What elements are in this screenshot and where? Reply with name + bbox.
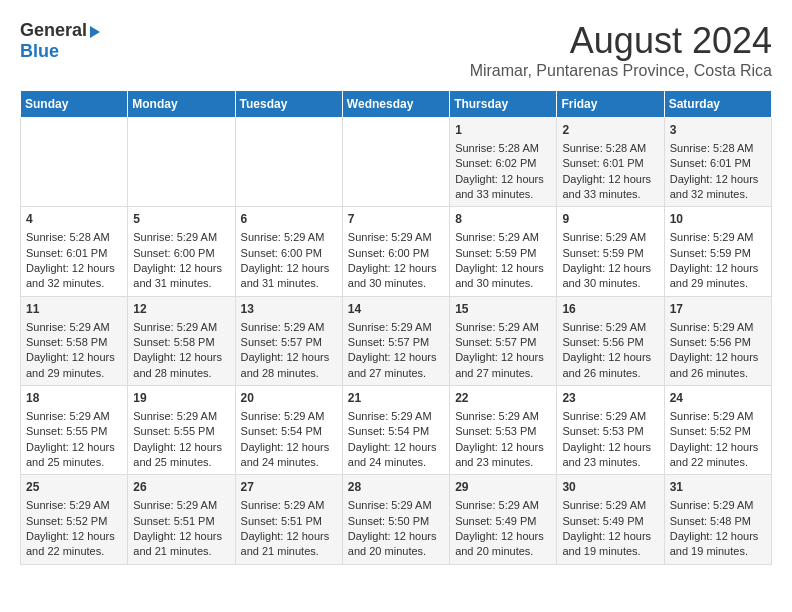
day-number: 31 bbox=[670, 479, 766, 496]
calendar-cell: 27Sunrise: 5:29 AMSunset: 5:51 PMDayligh… bbox=[235, 475, 342, 564]
cell-content: Sunrise: 5:29 AM bbox=[348, 498, 444, 513]
calendar-cell: 16Sunrise: 5:29 AMSunset: 5:56 PMDayligh… bbox=[557, 296, 664, 385]
day-number: 15 bbox=[455, 301, 551, 318]
cell-content: Sunrise: 5:29 AM bbox=[670, 230, 766, 245]
calendar-cell: 3Sunrise: 5:28 AMSunset: 6:01 PMDaylight… bbox=[664, 118, 771, 207]
cell-content: Daylight: 12 hours and 33 minutes. bbox=[562, 172, 658, 203]
header-day-sunday: Sunday bbox=[21, 91, 128, 118]
cell-content: Sunset: 6:02 PM bbox=[455, 156, 551, 171]
calendar-cell: 14Sunrise: 5:29 AMSunset: 5:57 PMDayligh… bbox=[342, 296, 449, 385]
day-number: 10 bbox=[670, 211, 766, 228]
day-number: 19 bbox=[133, 390, 229, 407]
cell-content: Daylight: 12 hours and 33 minutes. bbox=[455, 172, 551, 203]
title-block: August 2024 Miramar, Puntarenas Province… bbox=[470, 20, 772, 80]
cell-content: Sunset: 5:56 PM bbox=[670, 335, 766, 350]
cell-content: Daylight: 12 hours and 23 minutes. bbox=[562, 440, 658, 471]
header-day-saturday: Saturday bbox=[664, 91, 771, 118]
cell-content: Sunset: 5:57 PM bbox=[455, 335, 551, 350]
cell-content: Sunrise: 5:29 AM bbox=[455, 320, 551, 335]
month-year-title: August 2024 bbox=[470, 20, 772, 62]
calendar-cell: 28Sunrise: 5:29 AMSunset: 5:50 PMDayligh… bbox=[342, 475, 449, 564]
logo-blue-text: Blue bbox=[20, 41, 59, 62]
day-number: 14 bbox=[348, 301, 444, 318]
day-number: 23 bbox=[562, 390, 658, 407]
day-number: 11 bbox=[26, 301, 122, 318]
cell-content: Sunrise: 5:29 AM bbox=[241, 320, 337, 335]
cell-content: Sunset: 6:00 PM bbox=[133, 246, 229, 261]
calendar-cell bbox=[21, 118, 128, 207]
cell-content: Sunset: 5:58 PM bbox=[133, 335, 229, 350]
calendar-cell: 17Sunrise: 5:29 AMSunset: 5:56 PMDayligh… bbox=[664, 296, 771, 385]
calendar-cell: 30Sunrise: 5:29 AMSunset: 5:49 PMDayligh… bbox=[557, 475, 664, 564]
cell-content: Daylight: 12 hours and 21 minutes. bbox=[241, 529, 337, 560]
day-number: 29 bbox=[455, 479, 551, 496]
calendar-week-row: 25Sunrise: 5:29 AMSunset: 5:52 PMDayligh… bbox=[21, 475, 772, 564]
calendar-cell: 11Sunrise: 5:29 AMSunset: 5:58 PMDayligh… bbox=[21, 296, 128, 385]
cell-content: Sunset: 5:55 PM bbox=[133, 424, 229, 439]
calendar-cell: 12Sunrise: 5:29 AMSunset: 5:58 PMDayligh… bbox=[128, 296, 235, 385]
page-header: General Blue August 2024 Miramar, Puntar… bbox=[20, 20, 772, 80]
calendar-cell: 1Sunrise: 5:28 AMSunset: 6:02 PMDaylight… bbox=[450, 118, 557, 207]
header-day-thursday: Thursday bbox=[450, 91, 557, 118]
cell-content: Sunrise: 5:29 AM bbox=[133, 498, 229, 513]
day-number: 26 bbox=[133, 479, 229, 496]
cell-content: Sunset: 5:49 PM bbox=[455, 514, 551, 529]
cell-content: Sunset: 5:52 PM bbox=[670, 424, 766, 439]
cell-content: Daylight: 12 hours and 26 minutes. bbox=[670, 350, 766, 381]
cell-content: Daylight: 12 hours and 19 minutes. bbox=[670, 529, 766, 560]
cell-content: Daylight: 12 hours and 21 minutes. bbox=[133, 529, 229, 560]
cell-content: Sunset: 6:01 PM bbox=[562, 156, 658, 171]
day-number: 24 bbox=[670, 390, 766, 407]
cell-content: Sunset: 6:01 PM bbox=[670, 156, 766, 171]
day-number: 6 bbox=[241, 211, 337, 228]
calendar-table: SundayMondayTuesdayWednesdayThursdayFrid… bbox=[20, 90, 772, 565]
calendar-cell: 18Sunrise: 5:29 AMSunset: 5:55 PMDayligh… bbox=[21, 386, 128, 475]
cell-content: Sunrise: 5:29 AM bbox=[455, 230, 551, 245]
cell-content: Sunset: 5:54 PM bbox=[241, 424, 337, 439]
cell-content: Sunrise: 5:29 AM bbox=[26, 498, 122, 513]
cell-content: Sunset: 5:50 PM bbox=[348, 514, 444, 529]
cell-content: Sunset: 5:53 PM bbox=[455, 424, 551, 439]
calendar-cell: 24Sunrise: 5:29 AMSunset: 5:52 PMDayligh… bbox=[664, 386, 771, 475]
day-number: 1 bbox=[455, 122, 551, 139]
cell-content: Sunset: 5:58 PM bbox=[26, 335, 122, 350]
cell-content: Sunset: 5:52 PM bbox=[26, 514, 122, 529]
cell-content: Sunrise: 5:29 AM bbox=[562, 320, 658, 335]
cell-content: Sunrise: 5:29 AM bbox=[26, 320, 122, 335]
header-day-wednesday: Wednesday bbox=[342, 91, 449, 118]
calendar-cell: 4Sunrise: 5:28 AMSunset: 6:01 PMDaylight… bbox=[21, 207, 128, 296]
cell-content: Daylight: 12 hours and 25 minutes. bbox=[26, 440, 122, 471]
day-number: 18 bbox=[26, 390, 122, 407]
cell-content: Daylight: 12 hours and 28 minutes. bbox=[241, 350, 337, 381]
calendar-cell: 13Sunrise: 5:29 AMSunset: 5:57 PMDayligh… bbox=[235, 296, 342, 385]
cell-content: Sunrise: 5:29 AM bbox=[455, 409, 551, 424]
cell-content: Daylight: 12 hours and 30 minutes. bbox=[455, 261, 551, 292]
day-number: 22 bbox=[455, 390, 551, 407]
day-number: 4 bbox=[26, 211, 122, 228]
day-number: 7 bbox=[348, 211, 444, 228]
cell-content: Sunset: 5:56 PM bbox=[562, 335, 658, 350]
day-number: 12 bbox=[133, 301, 229, 318]
cell-content: Daylight: 12 hours and 22 minutes. bbox=[670, 440, 766, 471]
calendar-cell bbox=[235, 118, 342, 207]
cell-content: Daylight: 12 hours and 24 minutes. bbox=[241, 440, 337, 471]
cell-content: Sunrise: 5:29 AM bbox=[455, 498, 551, 513]
cell-content: Daylight: 12 hours and 26 minutes. bbox=[562, 350, 658, 381]
cell-content: Sunrise: 5:29 AM bbox=[348, 230, 444, 245]
calendar-cell: 8Sunrise: 5:29 AMSunset: 5:59 PMDaylight… bbox=[450, 207, 557, 296]
cell-content: Daylight: 12 hours and 20 minutes. bbox=[348, 529, 444, 560]
calendar-cell: 29Sunrise: 5:29 AMSunset: 5:49 PMDayligh… bbox=[450, 475, 557, 564]
calendar-cell bbox=[128, 118, 235, 207]
cell-content: Daylight: 12 hours and 27 minutes. bbox=[348, 350, 444, 381]
calendar-cell: 25Sunrise: 5:29 AMSunset: 5:52 PMDayligh… bbox=[21, 475, 128, 564]
cell-content: Sunset: 6:01 PM bbox=[26, 246, 122, 261]
cell-content: Sunset: 5:59 PM bbox=[455, 246, 551, 261]
calendar-cell: 22Sunrise: 5:29 AMSunset: 5:53 PMDayligh… bbox=[450, 386, 557, 475]
cell-content: Sunrise: 5:29 AM bbox=[670, 409, 766, 424]
cell-content: Sunset: 6:00 PM bbox=[241, 246, 337, 261]
cell-content: Sunrise: 5:28 AM bbox=[455, 141, 551, 156]
calendar-body: 1Sunrise: 5:28 AMSunset: 6:02 PMDaylight… bbox=[21, 118, 772, 565]
calendar-cell: 26Sunrise: 5:29 AMSunset: 5:51 PMDayligh… bbox=[128, 475, 235, 564]
cell-content: Sunset: 5:53 PM bbox=[562, 424, 658, 439]
day-number: 16 bbox=[562, 301, 658, 318]
